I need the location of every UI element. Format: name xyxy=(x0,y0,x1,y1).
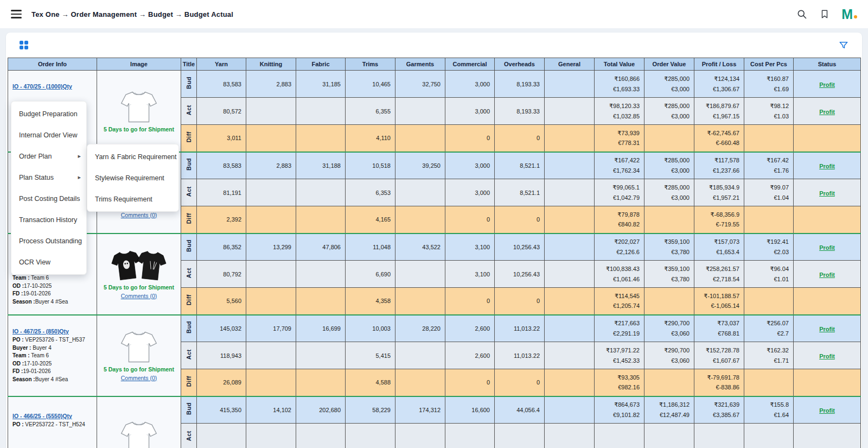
cell-yarn: 80,572 xyxy=(197,98,246,125)
submenu-item-label: Yarn & Fabric Requirement xyxy=(95,153,177,161)
cell-order-value: ₹290,700€3,060 xyxy=(644,315,694,342)
order-detail-line: Season :Buyer 4 #Sea xyxy=(12,298,93,306)
cell-overheads xyxy=(495,424,545,448)
status-profit-link[interactable]: Profit xyxy=(819,81,835,88)
cell-general xyxy=(545,315,595,342)
cell-cost-per-pcs xyxy=(744,369,794,396)
cell-profit-loss: ₹321,639€3,385.67 xyxy=(694,396,744,424)
row-type-label: Bud xyxy=(186,321,192,333)
status-profit-link[interactable]: Profit xyxy=(819,407,835,414)
filter-icon[interactable] xyxy=(839,40,848,50)
cell-profit-loss: ₹-101,188.57€-1,065.14 xyxy=(694,288,744,315)
image-cell: 5 Days to go for Shipment xyxy=(97,71,181,152)
image-cell xyxy=(97,396,181,448)
row-type-label-cell: Act xyxy=(181,98,197,125)
row-type-label-cell: Bud xyxy=(181,234,197,261)
menu-item-process-outstanding[interactable]: Process Outstanding xyxy=(11,230,86,251)
cell-knitting xyxy=(246,125,296,152)
order-io-link[interactable]: IO - 466/25 - (5550)Qty xyxy=(12,412,72,420)
cell-fabric xyxy=(296,424,346,448)
column-header-profit-loss: Profit / Loss xyxy=(694,58,744,71)
image-cell: 5 Days to go for ShipmentComments (0) xyxy=(97,234,181,315)
cell-commercial: 0 xyxy=(445,288,495,315)
hamburger-menu-icon[interactable] xyxy=(11,8,22,21)
row-type-label: Act xyxy=(186,349,192,359)
cell-trims: 4,588 xyxy=(346,369,395,396)
comments-link[interactable]: Comments (0) xyxy=(121,293,157,299)
column-header-status: Status xyxy=(794,58,861,71)
menu-item-transaction-history[interactable]: Transaction History xyxy=(11,209,86,230)
status-profit-link[interactable]: Profit xyxy=(819,109,835,115)
garment-image xyxy=(98,329,180,365)
cell-garments: 32,750 xyxy=(395,71,445,98)
status-profit-link[interactable]: Profit xyxy=(819,163,835,169)
menu-item-label: Transaction History xyxy=(19,216,77,224)
cell-knitting xyxy=(246,206,296,234)
menu-item-ocr-view[interactable]: OCR View xyxy=(11,251,86,273)
status-cell: Profit xyxy=(794,396,861,424)
content-card: Order InfoImageTitleYarnKnittingFabricTr… xyxy=(6,33,862,448)
order-detail-line: Team : Team 6 xyxy=(12,274,93,282)
cell-order-value: ₹285,000€3,000 xyxy=(644,179,694,206)
status-cell xyxy=(794,424,861,448)
cell-fabric xyxy=(296,369,346,396)
comments-link[interactable]: Comments (0) xyxy=(121,375,157,381)
cell-fabric: 16,699 xyxy=(296,315,346,342)
cell-profit-loss: ₹157,073€1,653.4 xyxy=(694,234,744,261)
order-io-link[interactable]: IO - 470/25 - (1000)Qty xyxy=(12,83,72,91)
row-bud: Buyer : Buyer 4Team : Team 6OD :17-10-20… xyxy=(8,234,861,261)
comments-link[interactable]: Comments (0) xyxy=(121,212,157,218)
bookmark-icon[interactable] xyxy=(819,8,831,20)
row-type-label: Bud xyxy=(186,158,192,171)
cell-garments: 43,522 xyxy=(395,234,445,261)
cell-knitting xyxy=(246,179,296,206)
app-logo[interactable]: M xyxy=(841,8,857,20)
grid-view-icon[interactable] xyxy=(20,41,28,49)
cell-trims: 6,353 xyxy=(346,179,395,206)
garment-image xyxy=(98,419,180,448)
cell-profit-loss: ₹117,578€1,237.66 xyxy=(694,152,744,179)
menu-item-order-plan[interactable]: Order Plan▸ xyxy=(11,146,86,167)
cell-overheads: 44,056.4 xyxy=(495,396,545,424)
cell-yarn xyxy=(197,424,246,448)
status-profit-link[interactable]: Profit xyxy=(819,190,835,197)
cell-order-value xyxy=(644,288,694,315)
cell-trims: 5,415 xyxy=(346,342,395,369)
row-type-label: Bud xyxy=(186,402,192,415)
cell-garments xyxy=(395,424,445,448)
status-profit-link[interactable]: Profit xyxy=(819,244,835,251)
status-profit-link[interactable]: Profit xyxy=(819,272,835,278)
cell-general xyxy=(545,424,595,448)
cell-profit-loss: ₹124,134€1,306.67 xyxy=(694,71,744,98)
topbar: Tex One → Order Management → Budget → Bu… xyxy=(0,0,868,28)
cell-trims: 4,110 xyxy=(346,125,395,152)
cell-commercial: 0 xyxy=(445,369,495,396)
submenu-chevron-icon: ▸ xyxy=(78,153,81,160)
cell-commercial: 0 xyxy=(445,125,495,152)
cell-general xyxy=(545,369,595,396)
search-icon[interactable] xyxy=(796,8,808,20)
order-detail-line: FD :19-01-2026 xyxy=(12,290,93,298)
cell-overheads: 0 xyxy=(495,369,545,396)
menu-item-post-costing-details[interactable]: Post Costing Details xyxy=(11,188,86,209)
cell-knitting xyxy=(246,261,296,288)
status-profit-link[interactable]: Profit xyxy=(819,353,835,359)
cell-total-value: ₹137,971.22€1,452.33 xyxy=(595,342,644,369)
cell-general xyxy=(545,234,595,261)
menu-item-plan-status[interactable]: Plan Status▸ xyxy=(11,167,86,188)
menu-item-internal-order-view[interactable]: Internal Order View xyxy=(11,124,86,146)
menu-item-budget-preparation[interactable]: Budget Preparation xyxy=(11,103,86,124)
cell-cost-per-pcs: ₹167.42€1.76 xyxy=(744,152,794,179)
cell-garments xyxy=(395,369,445,396)
status-profit-link[interactable]: Profit xyxy=(819,326,835,332)
submenu-item-yarn-fabric-requirement[interactable]: Yarn & Fabric Requirement xyxy=(87,146,178,167)
cell-cost-per-pcs: ₹162.32€1.71 xyxy=(744,342,794,369)
order-io-link[interactable]: IO - 467/25 - (850)Qty xyxy=(12,327,69,336)
cell-fabric: 47,806 xyxy=(296,234,346,261)
cell-yarn: 80,792 xyxy=(197,261,246,288)
submenu-item-trims-requirement[interactable]: Trims Requirement xyxy=(87,188,178,210)
row-type-label-cell: Act xyxy=(181,261,197,288)
submenu-item-stylewise-requirement[interactable]: Stylewise Requirement xyxy=(87,167,178,188)
column-header-order-info: Order Info xyxy=(8,58,97,71)
cell-order-value xyxy=(644,424,694,448)
